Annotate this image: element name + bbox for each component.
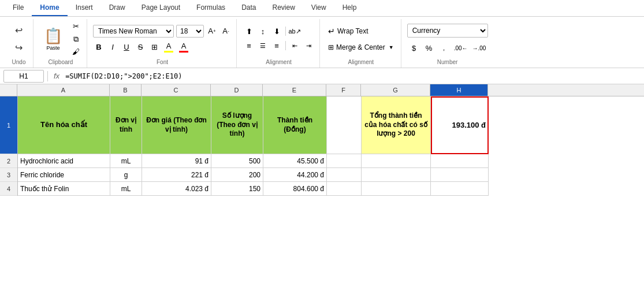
cell-c2-content: 91 đ [144,157,209,165]
currency-button[interactable]: $ [407,42,421,55]
cell-e2[interactable]: 45.500 đ [263,154,327,168]
increase-indent-button[interactable]: ⇥ [302,40,315,51]
cell-a4[interactable]: Thuốc thử Folin [18,182,110,196]
col-header-e[interactable]: E [263,84,326,96]
cell-b1[interactable]: Đơn vị tính [110,96,142,154]
font-name-select[interactable]: Times New Roman Arial Calibri [93,25,174,38]
cell-c4[interactable]: 4.023 đ [142,182,211,196]
cell-d4[interactable]: 150 [211,182,263,196]
cell-e3-content: 44.200 đ [266,171,324,179]
col-header-f[interactable]: F [326,84,361,96]
cell-b2[interactable]: mL [110,154,142,168]
text-angle-button[interactable]: ab↗ [288,25,301,37]
cell-e1[interactable]: Thành tiền (Đồng) [263,96,327,154]
cell-b2-content: mL [113,157,139,165]
cell-h3[interactable] [431,168,489,182]
font-size-select[interactable]: 18 10 12 14 16 20 [176,25,204,38]
cell-f1[interactable] [327,96,362,154]
align-right-button[interactable]: ≡ [270,40,283,51]
underline-button[interactable]: U [121,41,132,54]
row-header-2[interactable]: 2 [0,154,17,168]
decrease-indent-button[interactable]: ⇤ [288,40,301,51]
cell-f3[interactable] [327,168,362,182]
cut-button[interactable]: ✂ [69,21,82,32]
redo-button[interactable]: ↪ [10,40,28,56]
decrease-font-button[interactable]: A- [220,25,232,38]
row-header-3[interactable]: 3 [0,168,17,182]
cell-c3[interactable]: 221 đ [142,168,211,182]
cell-f2[interactable] [327,154,362,168]
cell-a1-content: Tên hóa chất [20,120,107,130]
cell-h4[interactable] [431,182,489,196]
row-header-4[interactable]: 4 [0,182,17,196]
cell-reference-input[interactable] [3,70,44,83]
col-header-c[interactable]: C [142,84,211,96]
italic-button[interactable]: I [107,41,118,54]
fill-color-button[interactable]: A [162,41,175,54]
tab-file[interactable]: File [5,0,32,16]
cell-c2[interactable]: 91 đ [142,154,211,168]
cell-b3[interactable]: g [110,168,142,182]
cell-g4[interactable] [362,182,431,196]
border-button[interactable]: ⊞ [148,41,160,54]
copy-button[interactable]: ⧉ [69,33,82,45]
paste-label: Paste [46,45,59,51]
cell-g1[interactable]: Tổng thành tiền của hóa chất có số lượng… [362,96,431,154]
col-header-g[interactable]: G [361,84,430,96]
tab-home[interactable]: Home [32,0,67,16]
cell-e4[interactable]: 804.600 đ [263,182,327,196]
paste-button[interactable]: 📋 Paste [39,21,67,58]
cell-d2-content: 500 [214,157,260,165]
cell-g3[interactable] [362,168,431,182]
decrease-decimal-button[interactable]: .00← [452,42,470,55]
percent-button[interactable]: % [422,42,436,55]
bold-button[interactable]: B [93,41,105,54]
format-painter-button[interactable]: 🖌 [69,46,82,58]
col-header-a[interactable]: A [17,84,110,96]
cell-h2[interactable] [431,154,489,168]
cell-g2[interactable] [362,154,431,168]
cell-d3[interactable]: 200 [211,168,263,182]
align-left-button[interactable]: ≡ [243,40,255,51]
tab-data[interactable]: Data [233,0,264,16]
increase-font-button[interactable]: A+ [206,25,218,38]
cell-g1-content: Tổng thành tiền của hóa chất có số lượng… [364,111,428,139]
col-header-h[interactable]: H [430,84,488,96]
cell-d1[interactable]: Số lượng (Theo đơn vị tính) [211,96,263,154]
cell-c1[interactable]: Đơn giá (Theo đơn vị tính) [142,96,211,154]
tab-page-layout[interactable]: Page Layout [133,0,188,16]
strikethrough-button[interactable]: S [135,41,146,54]
cell-e2-content: 45.500 đ [266,157,324,165]
cell-d2[interactable]: 500 [211,154,263,168]
align-bottom-button[interactable]: ⬇ [270,25,283,37]
number-format-select[interactable]: Currency General Number Percentage [407,24,488,38]
cell-f4[interactable] [327,182,362,196]
align-center-button[interactable]: ☰ [256,40,269,51]
tab-review[interactable]: Review [264,0,303,16]
tab-draw[interactable]: Draw [101,0,133,16]
font-color-button[interactable]: A [177,41,190,54]
comma-button[interactable]: ， [437,42,451,55]
cell-e3[interactable]: 44.200 đ [263,168,327,182]
align-middle-button[interactable]: ↕ [256,25,269,37]
row-header-1[interactable]: 1 [0,96,17,154]
cell-a1[interactable]: Tên hóa chất [18,96,110,154]
align-divider2 [285,41,286,50]
col-header-d[interactable]: D [211,84,263,96]
cell-a2[interactable]: Hydrochloric acid [18,154,110,168]
tab-view[interactable]: View [303,0,334,16]
increase-decimal-button[interactable]: →.00 [471,42,488,55]
merge-center-button[interactable]: ⊞ Merge & Center ▼ [326,40,396,54]
tab-formulas[interactable]: Formulas [188,0,233,16]
align-top-button[interactable]: ⬆ [243,25,255,37]
col-header-b[interactable]: B [110,84,142,96]
wrap-text-button[interactable]: ↵ Wrap Text [326,24,396,38]
tab-help[interactable]: Help [334,0,365,16]
cell-b4[interactable]: mL [110,182,142,196]
tab-insert[interactable]: Insert [68,0,101,16]
formula-input[interactable] [65,70,641,83]
merge-dropdown-icon[interactable]: ▼ [389,44,394,50]
undo-button[interactable]: ↩ [10,23,28,39]
cell-a3[interactable]: Ferric chloride [18,168,110,182]
cell-h1[interactable]: 193.100 đ [431,96,489,154]
